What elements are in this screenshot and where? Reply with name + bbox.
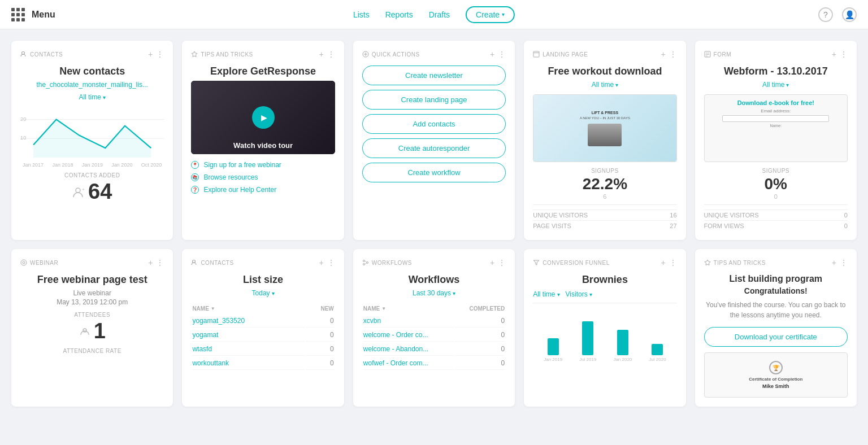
workflows-title: Workflows xyxy=(362,274,506,286)
add-icon[interactable]: + xyxy=(319,258,324,267)
tips-link-help[interactable]: ❓ Explore our Help Center xyxy=(191,186,335,194)
more-icon[interactable]: ⋮ xyxy=(669,50,677,59)
add-icon[interactable]: + xyxy=(661,50,665,59)
video-thumbnail[interactable]: Watch video tour xyxy=(191,81,335,154)
list-name-link[interactable]: wtasfd xyxy=(192,345,212,353)
create-newsletter-button[interactable]: Create newsletter xyxy=(362,66,506,85)
card-actions[interactable]: + ⋮ xyxy=(319,258,335,267)
create-button[interactable]: Create ▾ xyxy=(466,6,515,23)
card-actions[interactable]: + ⋮ xyxy=(490,50,506,59)
menu-label: Menu xyxy=(32,10,55,20)
more-icon[interactable]: ⋮ xyxy=(156,50,164,59)
more-icon[interactable]: ⋮ xyxy=(327,258,335,267)
add-icon[interactable]: + xyxy=(148,258,153,267)
video-label: Watch video tour xyxy=(191,141,335,150)
list-name-link[interactable]: yogamat_353520 xyxy=(192,317,245,325)
add-icon[interactable]: + xyxy=(319,50,324,59)
workflow-link[interactable]: xcvbn xyxy=(363,317,381,325)
create-landing-page-button[interactable]: Create landing page xyxy=(362,90,506,110)
add-icon[interactable]: + xyxy=(832,50,836,59)
more-icon[interactable]: ⋮ xyxy=(840,258,848,267)
more-icon[interactable]: ⋮ xyxy=(840,50,848,59)
more-icon[interactable]: ⋮ xyxy=(498,258,506,267)
help-icon[interactable]: ? xyxy=(818,7,833,22)
card-header: Quick Actions + ⋮ xyxy=(362,50,506,59)
card-actions[interactable]: + ⋮ xyxy=(319,50,335,59)
svg-text:+: + xyxy=(82,187,85,192)
funnel-alltime-filter[interactable]: All time ▾ xyxy=(533,290,559,298)
more-icon[interactable]: ⋮ xyxy=(327,50,335,59)
nav-reports[interactable]: Reports xyxy=(385,10,413,19)
card-header: Conversion Funnel + ⋮ xyxy=(533,258,676,267)
form-card: Form + ⋮ Webform - 13.10.2017 All time ▾… xyxy=(695,41,857,240)
card-actions[interactable]: + ⋮ xyxy=(661,258,676,267)
card-tag: Contacts xyxy=(20,51,63,58)
play-button[interactable] xyxy=(252,106,275,129)
contacts-list-link[interactable]: the_chocolate_monster_mailing_lis... xyxy=(20,81,164,89)
form-signups-value: 0% xyxy=(704,175,848,193)
chevron-down-icon: ▾ xyxy=(786,82,789,88)
webinar-type: Live webinar xyxy=(20,289,164,297)
workflow-link[interactable]: welcome - Abandon... xyxy=(363,345,428,353)
card-actions[interactable]: + ⋮ xyxy=(148,258,164,267)
tips-link-webinar[interactable]: 📍 Sign up for a free webinar xyxy=(191,161,335,169)
chevron-down-icon: ▾ xyxy=(589,291,592,298)
add-icon[interactable]: + xyxy=(490,258,494,267)
card-actions[interactable]: + ⋮ xyxy=(490,258,506,267)
dashboard: Contacts + ⋮ New contacts the_chocolate_… xyxy=(0,29,868,418)
lp-signups-label: SIGNUPS xyxy=(533,168,676,174)
help-center-icon: ❓ xyxy=(191,186,199,194)
tips-link-resources[interactable]: 📚 Browse resources xyxy=(191,173,335,181)
add-icon[interactable]: + xyxy=(148,50,153,59)
workflow-link[interactable]: welcome - Order co... xyxy=(363,331,428,339)
add-icon[interactable]: + xyxy=(832,258,836,267)
card-tag: Form xyxy=(704,51,731,58)
card-actions[interactable]: + ⋮ xyxy=(148,50,164,59)
list-name-link[interactable]: workouttank xyxy=(192,359,229,367)
cert-name: Mike Smith xyxy=(762,383,789,389)
card-actions[interactable]: + ⋮ xyxy=(832,50,848,59)
form-icon xyxy=(704,51,711,58)
card-actions[interactable]: + ⋮ xyxy=(832,258,848,267)
workflows-filter[interactable]: Last 30 days ▾ xyxy=(362,289,506,297)
table-row: wtasfd 0 xyxy=(192,343,333,356)
lp-alltime-filter[interactable]: All time ▾ xyxy=(533,81,676,89)
more-icon[interactable]: ⋮ xyxy=(498,50,506,59)
chart-x-labels: Jan 2017 Jan 2018 Jan 2019 Jan 2020 Oct … xyxy=(20,162,164,168)
create-workflow-button[interactable]: Create workflow xyxy=(362,163,506,182)
user-icon[interactable]: 👤 xyxy=(842,7,857,22)
card-actions[interactable]: + ⋮ xyxy=(661,50,676,59)
list-size-table: NAME ▼ NEW yogamat_353520 0 yogamat 0 wt… xyxy=(191,303,335,371)
nav-drafts[interactable]: Drafts xyxy=(429,10,450,19)
quick-actions-card: Quick Actions + ⋮ Create newsletter Crea… xyxy=(353,41,515,240)
form-alltime-filter[interactable]: All time ▾ xyxy=(704,81,848,89)
download-certificate-button[interactable]: Download your certificate xyxy=(704,327,848,347)
more-icon[interactable]: ⋮ xyxy=(156,258,164,267)
nav-lists[interactable]: Lists xyxy=(353,10,370,19)
list-size-filter[interactable]: Today ▾ xyxy=(191,289,335,297)
camera-icon xyxy=(79,326,90,337)
menu-button[interactable]: Menu xyxy=(11,8,55,21)
funnel-visitors-filter[interactable]: Visitors ▾ xyxy=(566,290,592,298)
completed-col-header: COMPLETED xyxy=(455,304,505,313)
add-contacts-button[interactable]: Add contacts xyxy=(362,114,506,134)
bt-subtitle: Congratulations! xyxy=(704,286,848,295)
create-autoresponder-button[interactable]: Create autoresponder xyxy=(362,138,506,158)
table-row: yogamat 0 xyxy=(192,329,333,342)
add-icon[interactable]: + xyxy=(661,258,665,267)
sort-icon: ▼ xyxy=(211,306,215,311)
list-name-link[interactable]: yogamat xyxy=(192,331,218,339)
card-title: New contacts xyxy=(20,66,164,77)
alltime-filter[interactable]: All time ▾ xyxy=(20,93,164,101)
lp-signups-value: 22.2% xyxy=(533,175,676,193)
card-header: Contacts + ⋮ xyxy=(20,50,164,59)
name-col-header: NAME ▼ xyxy=(363,304,454,313)
add-icon[interactable]: + xyxy=(490,50,494,59)
webinar-date: May 13, 2019 12:00 pm xyxy=(20,298,164,306)
card-tag: Tips and Tricks xyxy=(704,259,766,266)
chevron-down-icon: ▾ xyxy=(615,82,618,88)
more-icon[interactable]: ⋮ xyxy=(669,258,677,267)
contacts-chart: 20 10 xyxy=(20,107,164,158)
svg-text:20: 20 xyxy=(20,116,26,122)
workflow-link[interactable]: wofwef - Order com... xyxy=(363,359,428,367)
